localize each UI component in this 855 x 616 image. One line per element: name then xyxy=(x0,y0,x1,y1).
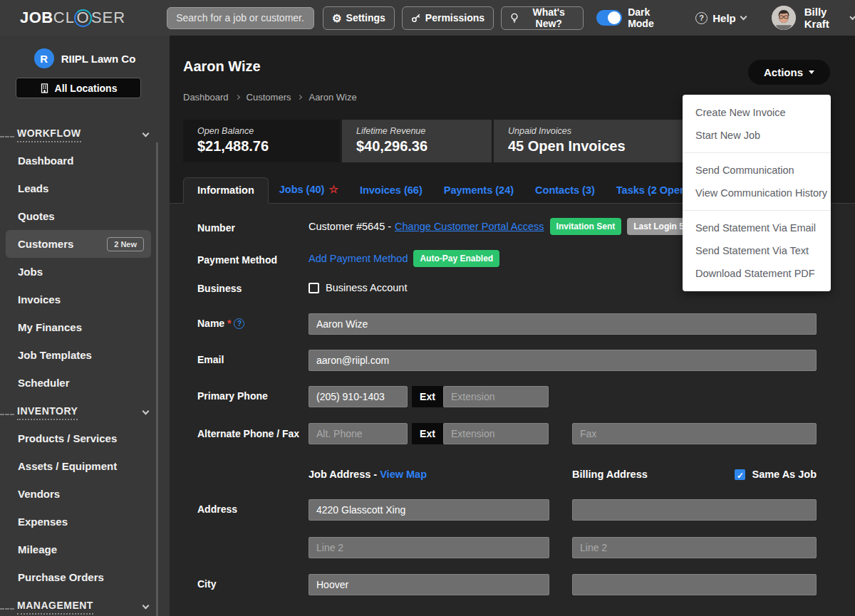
chevron-down-icon xyxy=(142,407,150,414)
logo-cl-text: CL xyxy=(53,9,75,27)
tab-label: Contacts (3) xyxy=(535,184,595,196)
number-label: Number xyxy=(183,218,309,235)
job-address-line2-input[interactable] xyxy=(309,537,549,558)
help-circle-icon: ? xyxy=(695,12,708,24)
menu-item-start-new-job[interactable]: Start New Job xyxy=(683,124,831,147)
name-input[interactable] xyxy=(309,313,817,335)
tab-label: Information xyxy=(197,184,254,196)
menu-divider xyxy=(683,210,831,211)
sidebar-item-my-finances[interactable]: My Finances xyxy=(0,313,170,341)
billing-city-input[interactable] xyxy=(572,574,817,595)
sidebar-item-label: Job Templates xyxy=(18,349,92,361)
required-asterisk: * xyxy=(224,318,231,329)
help-menu[interactable]: ? Help xyxy=(695,12,746,24)
actions-button[interactable]: Actions xyxy=(748,60,830,85)
menu-item-create-new-invoice[interactable]: Create New Invoice xyxy=(683,101,831,124)
sidebar-item-assets-equipment[interactable]: Assets / Equipment xyxy=(0,452,170,480)
menu-item-send-communication[interactable]: Send Communication xyxy=(683,159,831,182)
autopay-enabled-badge: Auto-Pay Enabled xyxy=(413,250,499,267)
sidebar-item-label: Dashboard xyxy=(18,155,73,167)
sidebar-item-expenses[interactable]: Expenses xyxy=(0,508,170,536)
sidebar-item-purchase-orders[interactable]: Purchase Orders xyxy=(0,563,170,591)
sidebar-item-products-services[interactable]: Products / Services xyxy=(0,424,170,452)
alt-phone-input[interactable] xyxy=(309,423,408,444)
menu-item-download-statement-pdf[interactable]: Download Statement PDF xyxy=(683,262,831,285)
tab-jobs-40[interactable]: Jobs (40)☆ xyxy=(269,177,349,203)
tab-invoices-66[interactable]: Invoices (66) xyxy=(349,178,433,203)
alt-extension-input[interactable] xyxy=(443,423,549,444)
job-address-input[interactable] xyxy=(309,499,549,521)
name-help-icon[interactable]: ? xyxy=(234,318,244,329)
toggle-knob xyxy=(608,11,621,24)
help-label: Help xyxy=(712,12,736,24)
sidebar-item-quotes[interactable]: Quotes xyxy=(0,202,170,230)
sidebar-item-label: Products / Services xyxy=(18,432,117,444)
billing-address-input[interactable] xyxy=(572,499,817,521)
change-portal-access-link[interactable]: Change Customer Portal Access xyxy=(395,221,544,232)
breadcrumb-item-customers[interactable]: Customers xyxy=(247,92,291,103)
sidebar-item-dashboard[interactable]: Dashboard xyxy=(0,147,170,174)
page-title: Aaron Wize xyxy=(183,58,261,75)
settings-button[interactable]: ⚙ Settings xyxy=(323,6,395,30)
sidebar-item-invoices[interactable]: Invoices xyxy=(0,286,170,313)
menu-item-send-statement-via-text[interactable]: Send Statement Via Text xyxy=(683,239,831,262)
sidebar-item-customers[interactable]: Customers2 New xyxy=(6,230,151,258)
breadcrumb-item-dashboard[interactable]: Dashboard xyxy=(183,92,229,103)
menu-item-view-communication-history[interactable]: View Communication History xyxy=(683,182,831,204)
dark-mode-label: Dark Mode xyxy=(628,6,671,29)
sidebar-section-workflow[interactable]: WORKFLOW xyxy=(0,122,170,147)
stat-open-balance: Open Balance$21,488.76 xyxy=(183,120,340,162)
primary-phone-label: Primary Phone xyxy=(183,386,309,407)
tab-contacts-3[interactable]: Contacts (3) xyxy=(524,178,606,203)
sidebar-item-label: Scheduler xyxy=(18,377,70,389)
star-icon: ☆ xyxy=(328,183,338,196)
address-label: Address xyxy=(183,499,309,521)
new-count-badge: 2 New xyxy=(107,237,144,251)
logo-ser-text: SER xyxy=(91,9,125,27)
company-row[interactable]: R RIIPL Lawn Co xyxy=(0,48,170,68)
breadcrumb-item-aaron-wize[interactable]: Aaron Wize xyxy=(309,92,356,103)
sidebar-item-job-templates[interactable]: Job Templates xyxy=(0,341,170,369)
permissions-button[interactable]: Permissions xyxy=(402,6,494,30)
sidebar-item-mileage[interactable]: Mileage xyxy=(0,536,170,563)
stat-value: $40,296.36 xyxy=(356,138,492,155)
user-menu[interactable]: Billy Kraft xyxy=(772,6,855,30)
sidebar-section-management[interactable]: MANAGEMENT xyxy=(0,595,170,616)
primary-phone-input[interactable] xyxy=(309,386,408,407)
tab-information[interactable]: Information xyxy=(183,177,269,204)
email-input[interactable] xyxy=(309,350,817,371)
gear-icon: ⚙ xyxy=(332,13,341,24)
sidebar-item-leads[interactable]: Leads xyxy=(0,174,170,202)
settings-label: Settings xyxy=(346,12,385,24)
add-payment-method-link[interactable]: Add Payment Method xyxy=(309,253,408,264)
sidebar-item-scheduler[interactable]: Scheduler xyxy=(0,369,170,397)
dark-mode-toggle[interactable] xyxy=(596,10,622,26)
ext-tag: Ext xyxy=(412,423,443,444)
user-avatar xyxy=(772,6,796,30)
job-city-input[interactable] xyxy=(309,574,549,595)
sidebar-item-label: Mileage xyxy=(18,543,57,555)
primary-extension-input[interactable] xyxy=(443,386,549,407)
business-label: Business xyxy=(183,281,309,294)
building-icon xyxy=(40,83,49,93)
view-map-link[interactable]: View Map xyxy=(380,469,427,480)
tab-payments-24[interactable]: Payments (24) xyxy=(433,178,524,203)
sidebar-item-jobs[interactable]: Jobs xyxy=(0,258,170,286)
sidebar-item-label: Invoices xyxy=(18,293,61,306)
billing-address-line2-input[interactable] xyxy=(572,537,817,558)
stat-label: Lifetime Revenue xyxy=(356,126,492,136)
whats-new-button[interactable]: What's New? xyxy=(501,6,584,30)
fax-input[interactable] xyxy=(572,423,817,444)
company-name: RIIPL Lawn Co xyxy=(61,53,136,65)
caret-down-icon xyxy=(809,71,814,74)
sidebar-item-vendors[interactable]: Vendors xyxy=(0,480,170,508)
menu-item-send-statement-via-email[interactable]: Send Statement Via Email xyxy=(683,216,831,239)
same-as-job-checkbox[interactable]: ✓ xyxy=(735,469,745,480)
customer-number-value: Customer #5645 - xyxy=(309,221,391,232)
sidebar-section-inventory[interactable]: INVENTORY xyxy=(0,400,170,424)
company-logo-icon: R xyxy=(34,48,54,68)
all-locations-button[interactable]: All Locations xyxy=(16,78,141,98)
global-search-input[interactable] xyxy=(167,7,314,29)
business-account-checkbox[interactable] xyxy=(309,283,319,293)
sidebar-scrollbar[interactable] xyxy=(156,142,158,616)
